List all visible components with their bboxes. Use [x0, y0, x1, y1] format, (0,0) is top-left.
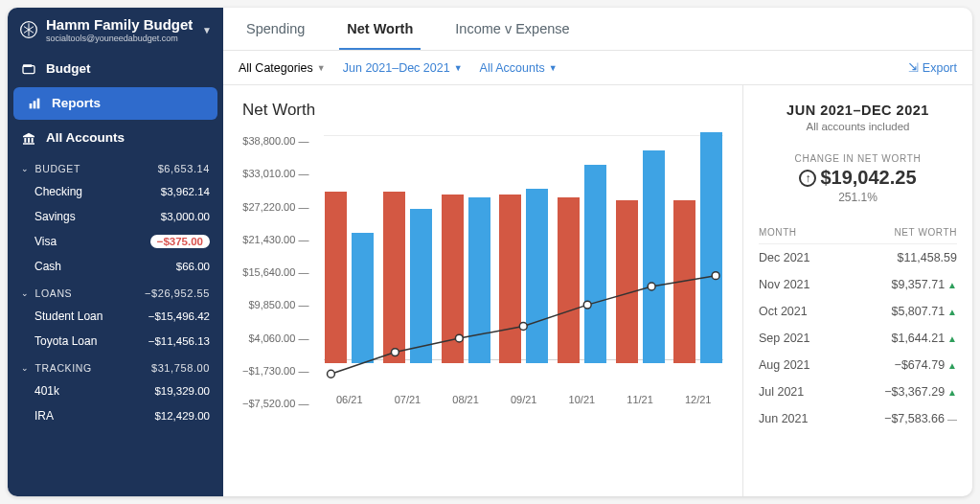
summary-row[interactable]: Sep 2021$1,644.21 ▲	[759, 325, 957, 352]
export-button[interactable]: ⇲Export	[908, 60, 957, 75]
summary-row[interactable]: Oct 2021$5,807.71 ▲	[759, 298, 957, 325]
debts-bar[interactable]	[584, 165, 606, 363]
svg-rect-3	[30, 103, 33, 108]
change-percent: 251.1%	[759, 191, 957, 204]
filter-accounts[interactable]: All Accounts▼	[480, 61, 558, 75]
report-tabs: Spending Net Worth Income v Expense	[223, 8, 972, 51]
summary-panel: JUN 2021–DEC 2021 All accounts included …	[742, 85, 972, 496]
svg-rect-4	[34, 101, 36, 108]
ynab-logo-icon	[19, 20, 38, 39]
nav-reports[interactable]: Reports	[13, 87, 217, 120]
main-panel: Spending Net Worth Income v Expense All …	[223, 8, 972, 496]
arrow-up-icon: ▲	[947, 307, 957, 317]
x-tick-label: 12/21	[669, 394, 727, 405]
debts-bar[interactable]	[643, 150, 665, 363]
tab-spending[interactable]: Spending	[239, 8, 312, 50]
budget-switcher[interactable]: Hamm Family Budget socialtools@youneedab…	[8, 8, 223, 53]
summary-row[interactable]: Nov 2021$9,357.71 ▲	[759, 271, 957, 298]
account-row[interactable]: 401k$19,329.00	[8, 378, 223, 403]
bar-group: 07/21	[378, 135, 437, 409]
user-email: socialtools@youneedabudget.com	[46, 34, 193, 43]
caret-down-icon: ▼	[454, 63, 463, 73]
assets-bar[interactable]	[673, 200, 695, 363]
summary-row[interactable]: Jun 2021−$7,583.66 —	[759, 405, 957, 432]
debts-bar[interactable]	[526, 189, 548, 363]
wallet-icon	[21, 61, 36, 77]
x-tick-label: 09/21	[494, 394, 553, 405]
chevron-down-icon: ⌄	[21, 363, 30, 373]
change-label: CHANGE IN NET WORTH	[759, 153, 957, 164]
arrow-up-icon: ▲	[947, 360, 957, 371]
tab-net-worth[interactable]: Net Worth	[339, 8, 421, 50]
assets-bar[interactable]	[383, 192, 405, 363]
nav-label: All Accounts	[46, 130, 125, 145]
x-tick-label: 06/21	[320, 394, 378, 405]
chart-title: Net Worth	[242, 101, 733, 120]
bar-group: 12/21	[669, 135, 727, 409]
assets-bar[interactable]	[499, 195, 521, 363]
arrow-up-icon: ▲	[947, 333, 957, 344]
bar-group: 06/21	[320, 135, 378, 409]
chart-y-axis: $38,800.00 —$33,010.00 —$27,220.00 —$21,…	[242, 129, 314, 436]
x-tick-label: 07/21	[378, 394, 437, 405]
arrow-up-circle-icon: ↑	[799, 170, 816, 187]
change-amount: ↑ $19,042.25	[759, 167, 957, 189]
arrow-up-icon: ▲	[947, 387, 957, 398]
caret-down-icon: ▼	[317, 63, 326, 73]
debts-bar[interactable]	[468, 197, 490, 363]
col-month: MONTH	[759, 227, 797, 238]
summary-row[interactable]: Aug 2021−$674.79 ▲	[759, 352, 957, 378]
account-row[interactable]: IRA$12,429.00	[8, 403, 223, 428]
bar-group: 11/21	[611, 135, 670, 409]
account-row[interactable]: Toyota Loan−$11,456.13	[8, 329, 223, 354]
summary-subtitle: All accounts included	[759, 121, 957, 132]
nav-budget[interactable]: Budget	[8, 53, 223, 85]
filter-bar: All Categories▼ Jun 2021–Dec 2021▼ All A…	[223, 51, 972, 85]
bar-chart-icon	[27, 96, 42, 111]
summary-range: JUN 2021–DEC 2021	[759, 103, 957, 118]
chevron-down-icon: ⌄	[21, 288, 30, 298]
col-networth: NET WORTH	[894, 227, 957, 238]
nav-label: Budget	[46, 61, 91, 76]
bar-group: 08/21	[437, 135, 495, 409]
nav-accounts[interactable]: All Accounts	[8, 122, 223, 154]
account-row[interactable]: Cash$66.00	[8, 254, 223, 279]
section-header[interactable]: ⌄LOANS−$26,952.55	[8, 279, 223, 304]
assets-bar[interactable]	[442, 195, 464, 363]
svg-rect-5	[37, 98, 40, 108]
export-icon: ⇲	[908, 60, 919, 75]
debts-bar[interactable]	[410, 209, 432, 363]
filter-date-range[interactable]: Jun 2021–Dec 2021▼	[343, 61, 463, 75]
sidebar: Hamm Family Budget socialtools@youneedab…	[8, 8, 223, 496]
assets-bar[interactable]	[616, 200, 638, 363]
summary-row[interactable]: Dec 2021$11,458.59	[759, 244, 957, 271]
assets-bar[interactable]	[558, 197, 580, 363]
budget-name: Hamm Family Budget	[46, 17, 193, 34]
negative-balance-pill: −$375.00	[150, 235, 210, 248]
account-row[interactable]: Savings$3,000.00	[8, 204, 223, 229]
section-header[interactable]: ⌄TRACKING$31,758.00	[8, 354, 223, 378]
account-row[interactable]: Visa−$375.00	[8, 229, 223, 254]
bank-icon	[21, 130, 36, 146]
debts-bar[interactable]	[352, 233, 374, 363]
dash-icon: —	[947, 414, 957, 424]
debts-bar[interactable]	[700, 132, 722, 363]
filter-categories[interactable]: All Categories▼	[239, 61, 326, 75]
account-row[interactable]: Checking$3,962.14	[8, 179, 223, 204]
assets-bar[interactable]	[325, 192, 347, 363]
bar-group: 09/21	[494, 135, 553, 409]
caret-down-icon: ▼	[549, 63, 558, 73]
tab-income-v-expense[interactable]: Income v Expense	[447, 8, 577, 50]
nav-label: Reports	[52, 96, 101, 110]
chevron-down-icon: ▼	[202, 25, 212, 35]
arrow-up-icon: ▲	[947, 280, 957, 290]
section-header[interactable]: ⌄BUDGET$6,653.14	[8, 154, 223, 179]
summary-row[interactable]: Jul 2021−$3,367.29 ▲	[759, 378, 957, 405]
x-tick-label: 11/21	[611, 394, 670, 405]
chart-plot: 06/2107/2108/2109/2110/2111/2112/21	[314, 129, 733, 436]
chevron-down-icon: ⌄	[21, 164, 30, 173]
account-row[interactable]: Student Loan−$15,496.42	[8, 304, 223, 329]
x-tick-label: 08/21	[437, 394, 495, 405]
svg-rect-2	[23, 64, 32, 67]
chart-panel: Net Worth $38,800.00 —$33,010.00 —$27,22…	[223, 85, 742, 496]
